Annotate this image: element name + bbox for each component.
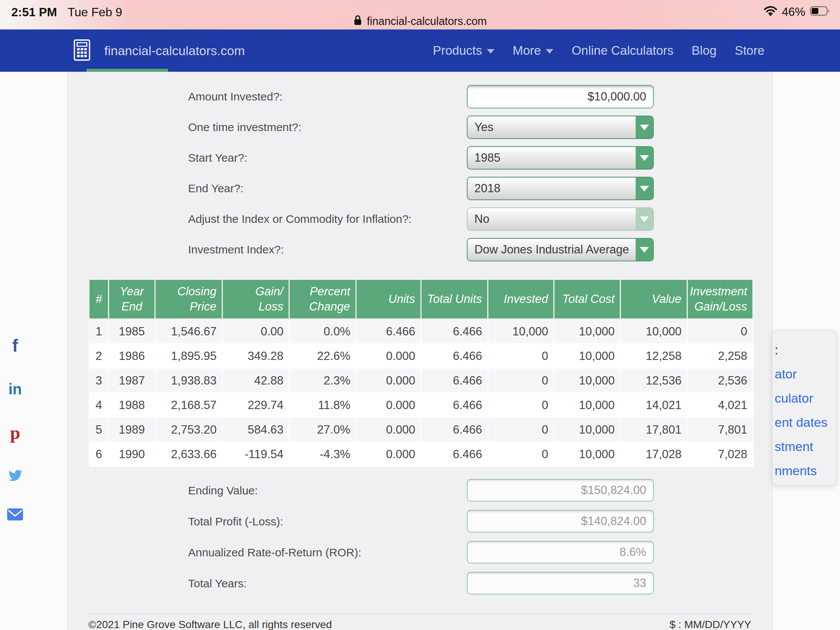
panel-link[interactable]: stment <box>772 434 837 458</box>
date-format-text: $ : MM/DD/YYYY <box>669 619 751 630</box>
chevron-down-icon <box>546 49 553 54</box>
cell: 1990 <box>109 442 155 466</box>
cell: 7,801 <box>687 417 753 442</box>
end-year-value: 2018 <box>467 182 501 195</box>
col-header-invested: Invested <box>488 279 554 319</box>
col-header-value: Value <box>621 279 687 319</box>
panel-link[interactable]: ent dates <box>772 410 837 434</box>
cell: 0.000 <box>356 393 421 417</box>
cell: 0.000 <box>356 417 421 442</box>
cell: 27.0% <box>289 417 356 442</box>
summary-ending-value: Ending Value: $150,824.00 <box>68 479 772 502</box>
annualized-ror-amount: 8.6% <box>619 545 646 559</box>
footer-divider <box>88 613 752 614</box>
ending-value-output: $150,824.00 <box>467 479 654 502</box>
table-header-row: # Year End Closing Price Gain/ Loss Perc… <box>89 279 753 319</box>
cell: 1,938.83 <box>155 368 223 393</box>
navbar: financial-calculators.com Products More … <box>0 30 840 72</box>
email-share-icon[interactable] <box>5 508 25 522</box>
end-year-select[interactable]: 2018 <box>467 177 654 200</box>
url-bar[interactable]: financial-calculators.com <box>353 14 487 28</box>
end-year-label: End Year?: <box>188 177 244 200</box>
total-profit-label: Total Profit (-Loss): <box>188 510 283 533</box>
nav-products[interactable]: Products <box>433 43 494 58</box>
cell: 6.466 <box>421 344 488 368</box>
cell: 4 <box>89 393 109 417</box>
cell: 11.8% <box>289 393 356 417</box>
active-tab-underline <box>87 69 168 72</box>
start-year-select[interactable]: 1985 <box>467 146 654 170</box>
cell: 1,546.67 <box>155 319 223 344</box>
panel-link[interactable]: nments <box>772 458 837 483</box>
col-header-units: Units <box>356 279 421 319</box>
one-time-investment-select[interactable]: Yes <box>467 115 654 139</box>
cell: 17,028 <box>621 442 687 466</box>
nav-blog-label: Blog <box>692 43 717 58</box>
total-profit-output: $140,824.00 <box>467 510 654 532</box>
status-right: 46% <box>764 4 830 21</box>
cell: 1987 <box>109 368 155 393</box>
chevron-down-icon <box>636 208 653 230</box>
cell: 0 <box>687 319 753 344</box>
cell: 14,021 <box>621 393 687 417</box>
start-year-value: 1985 <box>467 151 501 165</box>
cell: 1986 <box>109 344 155 368</box>
cell: -4.3% <box>289 442 356 466</box>
cell: 0.000 <box>356 368 421 393</box>
start-year-label: Start Year?: <box>188 146 247 170</box>
total-profit-amount: $140,824.00 <box>581 515 646 528</box>
form-row-inflation: Adjust the Index or Commodity for Inflat… <box>68 207 772 231</box>
one-time-investment-value: Yes <box>467 120 494 134</box>
cell: 10,000 <box>554 442 621 466</box>
nav-store[interactable]: Store <box>735 43 764 58</box>
total-years-output: 33 <box>467 572 654 595</box>
nav-blog[interactable]: Blog <box>692 43 717 58</box>
investment-index-select[interactable]: Dow Jones Industrial Average <box>467 238 654 261</box>
chevron-down-icon <box>636 177 653 199</box>
status-left: 2:51 PM Tue Feb 9 <box>11 4 122 21</box>
panel-link[interactable]: culator <box>772 386 837 410</box>
cell: 2 <box>89 344 109 368</box>
total-years-label: Total Years: <box>188 572 246 595</box>
facebook-share-icon[interactable]: f <box>5 335 25 356</box>
linkedin-share-icon[interactable]: in <box>5 381 25 398</box>
nav-menu: Products More Online Calculators Blog St… <box>433 43 764 58</box>
table-row: 2 1986 1,895.95 349.28 22.6% 0.000 6.466… <box>89 344 753 368</box>
cell: 0 <box>488 417 554 442</box>
screen: 2:51 PM Tue Feb 9 financial-calculators.… <box>0 0 840 630</box>
nav-online-calculators[interactable]: Online Calculators <box>572 43 673 58</box>
cell: 10,000 <box>554 344 621 368</box>
chevron-down-icon <box>487 49 494 54</box>
cell: 10,000 <box>554 368 621 393</box>
form-row-one-time: One time investment?: Yes <box>68 115 772 139</box>
form-row-amount: Amount Invested?: $10,000.00 <box>68 85 772 108</box>
cell: 0.000 <box>356 344 421 368</box>
cell: 6.466 <box>356 319 421 344</box>
cell: 6.466 <box>421 319 488 344</box>
clock: 2:51 PM <box>11 5 57 19</box>
twitter-share-icon[interactable] <box>5 468 25 484</box>
panel-link[interactable]: ator <box>772 362 837 386</box>
chevron-down-icon <box>636 116 653 138</box>
copyright-text: ©2021 Pine Grove Software LLC, all right… <box>88 619 332 630</box>
brand[interactable]: financial-calculators.com <box>74 39 245 62</box>
battery-icon <box>810 5 830 19</box>
pinterest-share-icon[interactable]: p <box>5 422 25 443</box>
amount-invested-input[interactable]: $10,000.00 <box>467 85 654 108</box>
form-row-start-year: Start Year?: 1985 <box>68 146 772 170</box>
results-table: # Year End Closing Price Gain/ Loss Perc… <box>88 279 753 467</box>
col-header-total-cost: Total Cost <box>554 279 621 319</box>
cell: 6.466 <box>421 393 488 417</box>
cell: 0.00 <box>223 319 289 344</box>
cell: 349.28 <box>223 344 289 368</box>
cell: 4,021 <box>687 393 753 417</box>
inflation-adjust-select[interactable]: No <box>467 207 654 231</box>
col-header-year-end: Year End <box>109 279 155 319</box>
nav-more[interactable]: More <box>513 43 553 58</box>
panel-heading-fragment: : <box>772 338 837 362</box>
battery-percent: 46% <box>782 5 805 19</box>
cell: 0 <box>488 393 554 417</box>
cell: 17,801 <box>621 417 687 442</box>
summary-ror: Annualized Rate-of-Return (ROR): 8.6% <box>68 541 772 564</box>
cell: -119.54 <box>223 442 289 466</box>
